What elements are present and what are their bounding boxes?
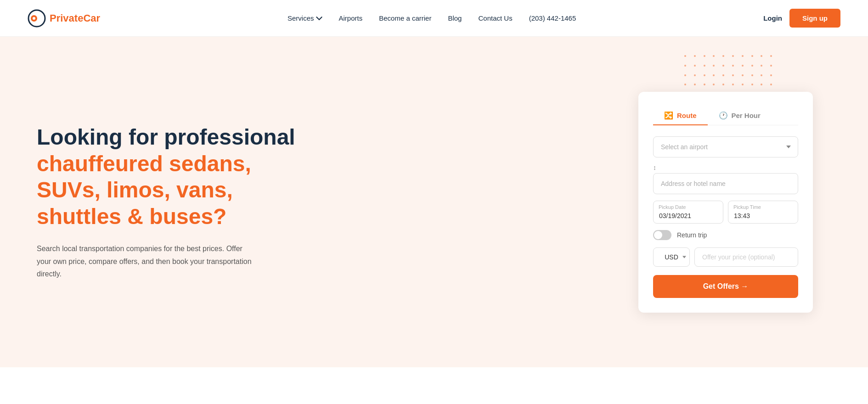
airport-select[interactable]: Select an airport [653, 136, 798, 157]
airport-select-wrapper: Select an airport [653, 136, 798, 157]
pickup-date-label: Pickup Date [659, 204, 686, 210]
svg-point-2 [33, 17, 35, 20]
signup-button[interactable]: Sign up [789, 9, 840, 28]
login-button[interactable]: Login [763, 14, 782, 22]
hero-title: Looking for professional chauffeured sed… [37, 124, 303, 230]
nav-contact-link[interactable]: Contact Us [478, 14, 512, 22]
tab-per-hour[interactable]: 🕐 Per Hour [708, 107, 772, 125]
nav-phone-link[interactable]: (203) 442-1465 [529, 14, 576, 22]
pickup-time-label: Pickup Time [733, 204, 761, 210]
pickup-time-field: Pickup Time [728, 201, 798, 224]
currency-select[interactable]: USD [653, 247, 690, 267]
hero-section: Looking for professional chauffeured sed… [0, 37, 868, 367]
currency-wrapper: USD [653, 247, 690, 267]
logo-text: PrivateCar [50, 12, 100, 24]
return-trip-toggle[interactable] [653, 230, 671, 240]
clock-icon: 🕐 [719, 111, 728, 120]
address-input-group [653, 173, 798, 194]
nav-blog-link[interactable]: Blog [448, 14, 462, 22]
nav-airports-link[interactable]: Airports [339, 14, 363, 22]
logo[interactable]: PrivateCar [28, 9, 100, 28]
return-trip-row: Return trip [653, 230, 798, 240]
hero-subtitle: Search local transportation companies fo… [37, 242, 257, 280]
tab-route[interactable]: 🔀 Route [653, 107, 708, 125]
price-input[interactable] [694, 247, 798, 267]
address-input[interactable] [653, 173, 798, 194]
route-icon: 🔀 [664, 111, 673, 120]
hero-content: Looking for professional chauffeured sed… [37, 124, 303, 280]
nav-services-link[interactable]: Services [287, 14, 322, 22]
return-trip-label: Return trip [677, 231, 707, 239]
pickup-date-field: Pickup Date [653, 201, 723, 224]
get-offers-button[interactable]: Get Offers → [653, 275, 798, 298]
booking-tabs: 🔀 Route 🕐 Per Hour [653, 107, 798, 125]
nav-actions: Login Sign up [763, 9, 840, 28]
price-row: USD [653, 247, 798, 267]
nav-links: Services Airports Become a carrier Blog … [287, 14, 576, 22]
chevron-down-icon [316, 15, 322, 22]
navbar: PrivateCar Services Airports Become a ca… [0, 0, 868, 37]
nav-carrier-link[interactable]: Become a carrier [379, 14, 431, 22]
datetime-row: Pickup Date Pickup Time [653, 201, 798, 224]
booking-card: 🔀 Route 🕐 Per Hour Select an airport ↕ [638, 92, 813, 313]
swap-icon: ↕ [653, 164, 798, 171]
